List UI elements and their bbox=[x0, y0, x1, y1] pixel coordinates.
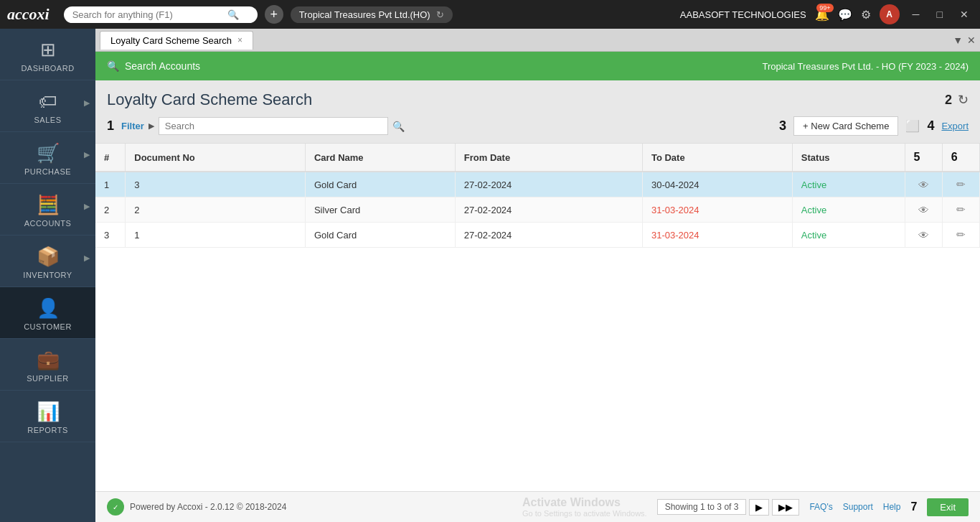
sidebar-item-dashboard[interactable]: ⊞ DASHBOARD bbox=[0, 29, 95, 80]
message-icon[interactable]: 💬 bbox=[838, 8, 852, 22]
export-icon-button[interactable]: ⬜ bbox=[905, 119, 920, 133]
sidebar-label-dashboard: DASHBOARD bbox=[21, 64, 74, 73]
table-row[interactable]: 1 3 Gold Card 27-02-2024 30-04-2024 Acti… bbox=[95, 172, 980, 197]
company-name: Tropical Treasures Pvt Ltd.(HO) bbox=[299, 9, 430, 20]
sidebar-label-accounts: ACCOUNTS bbox=[24, 219, 72, 228]
table-row[interactable]: 3 1 Gold Card 27-02-2024 31-03-2024 Acti… bbox=[95, 223, 980, 248]
filter-expand-icon[interactable]: ▶ bbox=[149, 121, 154, 131]
edit-icon[interactable]: ✏ bbox=[956, 228, 966, 241]
num-badge-2: 2 bbox=[945, 93, 952, 108]
sidebar-label-reports: REPORTS bbox=[27, 426, 67, 434]
cell-edit[interactable]: ✏ bbox=[942, 223, 979, 248]
app-logo: accoxi bbox=[7, 5, 50, 24]
tab-restore-button[interactable]: ▼ bbox=[953, 34, 963, 46]
edit-icon[interactable]: ✏ bbox=[956, 203, 966, 215]
sidebar-item-sales[interactable]: 🏷 ▶ SALES bbox=[0, 80, 95, 132]
maximize-button[interactable]: □ bbox=[933, 7, 947, 22]
col-header-fromdate: From Date bbox=[455, 144, 642, 172]
cell-cardname: Gold Card bbox=[305, 172, 455, 197]
tab-bar: Loyalty Card Scheme Search × ▼ ✕ bbox=[95, 29, 980, 52]
cell-cardname: Gold Card bbox=[305, 223, 455, 248]
add-button[interactable]: + bbox=[265, 5, 283, 24]
reports-icon: 📊 bbox=[37, 401, 60, 423]
topbar: accoxi 🔍 + Tropical Treasures Pvt Ltd.(H… bbox=[0, 0, 980, 29]
page-title: Loyalty Card Scheme Search bbox=[107, 90, 312, 109]
table-row[interactable]: 2 2 Silver Card 27-02-2024 31-03-2024 Ac… bbox=[95, 197, 980, 223]
tab-loyalty-card-scheme[interactable]: Loyalty Card Scheme Search × bbox=[100, 31, 253, 50]
next-page-button[interactable]: ▶ bbox=[749, 499, 769, 516]
sidebar-item-purchase[interactable]: 🛒 ▶ PURCHASE bbox=[0, 132, 95, 184]
cell-edit[interactable]: ✏ bbox=[942, 172, 979, 197]
footer-right: Activate Windows Go to Settings to activ… bbox=[522, 496, 969, 518]
view-icon[interactable]: 👁 bbox=[918, 204, 929, 216]
page-header: 🔍 Search Accounts Tropical Treasures Pvt… bbox=[95, 52, 980, 80]
accounts-arrow-icon: ▶ bbox=[84, 202, 90, 211]
num-badge-7: 7 bbox=[910, 500, 917, 513]
filter-search-icon[interactable]: 🔍 bbox=[392, 121, 405, 132]
page-info: Showing 1 to 3 of 3 bbox=[657, 499, 747, 515]
cell-view[interactable]: 👁 bbox=[905, 172, 942, 197]
filter-button[interactable]: Filter bbox=[121, 121, 144, 131]
customer-icon: 👤 bbox=[37, 297, 60, 320]
exit-button[interactable]: Exit bbox=[927, 498, 969, 516]
col-header-num: # bbox=[95, 144, 126, 172]
cell-todate: 30-04-2024 bbox=[642, 172, 792, 197]
tab-label: Loyalty Card Scheme Search bbox=[110, 35, 232, 46]
activate-windows-sub: Go to Settings to activate Windows. bbox=[522, 509, 647, 518]
cell-fromdate: 27-02-2024 bbox=[455, 223, 642, 248]
sidebar-item-customer[interactable]: 👤 CUSTOMER bbox=[0, 287, 95, 339]
num-badge-1: 1 bbox=[107, 118, 114, 134]
global-search-input[interactable] bbox=[72, 9, 223, 20]
sidebar-label-sales: SALES bbox=[34, 116, 62, 124]
cell-view[interactable]: 👁 bbox=[905, 197, 942, 223]
sidebar-item-inventory[interactable]: 📦 ▶ INVENTORY bbox=[0, 236, 95, 287]
close-window-button[interactable]: ✕ bbox=[956, 7, 973, 22]
last-page-button[interactable]: ▶▶ bbox=[772, 499, 799, 516]
inventory-icon: 📦 bbox=[37, 246, 60, 268]
support-link[interactable]: Support bbox=[843, 502, 873, 512]
minimize-button[interactable]: ─ bbox=[908, 7, 924, 22]
notification-icon[interactable]: 🔔 99+ bbox=[815, 8, 829, 22]
sidebar-label-inventory: INVENTORY bbox=[23, 271, 72, 279]
company-selector[interactable]: Tropical Treasures Pvt Ltd.(HO) ↻ bbox=[291, 6, 453, 23]
cell-view[interactable]: 👁 bbox=[905, 223, 942, 248]
company-label: AABASOFT TECHNOLOGIES bbox=[680, 9, 806, 20]
pagination: Showing 1 to 3 of 3 ▶ ▶▶ bbox=[657, 499, 800, 516]
purchase-arrow-icon: ▶ bbox=[84, 150, 90, 159]
help-link[interactable]: Help bbox=[883, 502, 901, 512]
sidebar-item-supplier[interactable]: 💼 SUPPLIER bbox=[0, 339, 95, 391]
search-input[interactable] bbox=[159, 117, 388, 135]
new-card-scheme-button[interactable]: + New Card Scheme bbox=[793, 116, 898, 136]
topbar-right: AABASOFT TECHNOLOGIES 🔔 99+ 💬 ⚙ A ─ □ ✕ bbox=[680, 4, 973, 24]
footer-logo: ✓ Powered by Accoxi - 2.0.12 © 2018-2024 bbox=[107, 498, 286, 516]
sidebar-item-reports[interactable]: 📊 REPORTS bbox=[0, 391, 95, 442]
search-accounts-button[interactable]: 🔍 Search Accounts bbox=[107, 60, 200, 72]
tab-close-all-button[interactable]: ✕ bbox=[967, 34, 976, 46]
main-layout: ⊞ DASHBOARD 🏷 ▶ SALES 🛒 ▶ PURCHASE 🧮 ▶ A… bbox=[0, 29, 980, 522]
company-refresh-icon[interactable]: ↻ bbox=[436, 9, 444, 20]
cell-fromdate: 27-02-2024 bbox=[455, 172, 642, 197]
page-title-area: Loyalty Card Scheme Search 2 ↻ bbox=[95, 80, 980, 113]
num-badge-4: 4 bbox=[927, 118, 934, 134]
col-header-todate: To Date bbox=[642, 144, 792, 172]
view-icon[interactable]: 👁 bbox=[918, 229, 929, 241]
view-icon[interactable]: 👁 bbox=[918, 179, 929, 191]
cell-num: 1 bbox=[95, 172, 126, 197]
cell-edit[interactable]: ✏ bbox=[942, 197, 979, 223]
filter-left: 1 Filter ▶ 🔍 bbox=[107, 117, 405, 135]
edit-icon[interactable]: ✏ bbox=[956, 178, 966, 190]
tab-close-icon[interactable]: × bbox=[237, 35, 242, 45]
sidebar-item-accounts[interactable]: 🧮 ▶ ACCOUNTS bbox=[0, 184, 95, 236]
num-badge-3: 3 bbox=[779, 118, 786, 134]
export-button[interactable]: Export bbox=[941, 121, 969, 131]
refresh-icon[interactable]: ↻ bbox=[958, 92, 969, 108]
purchase-icon: 🛒 bbox=[37, 142, 60, 164]
cell-docno: 3 bbox=[126, 172, 306, 197]
settings-icon[interactable]: ⚙ bbox=[861, 8, 871, 22]
faq-link[interactable]: FAQ's bbox=[809, 502, 832, 512]
loyalty-card-table: # Document No Card Name From Date To Dat… bbox=[95, 144, 980, 248]
user-avatar[interactable]: A bbox=[880, 4, 900, 24]
global-search-box[interactable]: 🔍 bbox=[64, 6, 258, 23]
sidebar-label-supplier: SUPPLIER bbox=[27, 374, 68, 383]
num-badge-5: 5 bbox=[914, 151, 920, 163]
